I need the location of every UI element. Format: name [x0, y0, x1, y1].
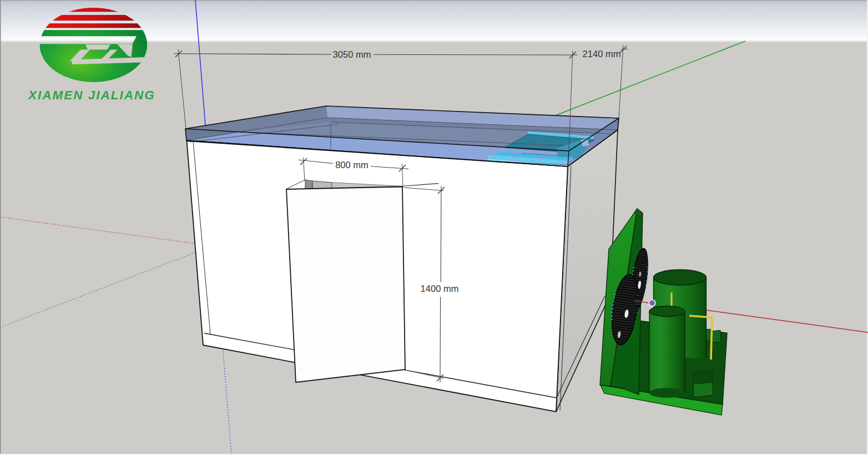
svg-text:2140 mm: 2140 mm: [583, 49, 621, 59]
svg-text:1400 mm: 1400 mm: [421, 284, 459, 294]
svg-text:800 mm: 800 mm: [335, 160, 369, 170]
svg-text:XIAMEN JIALIANG: XIAMEN JIALIANG: [27, 88, 155, 102]
svg-text:3050 mm: 3050 mm: [333, 49, 371, 59]
